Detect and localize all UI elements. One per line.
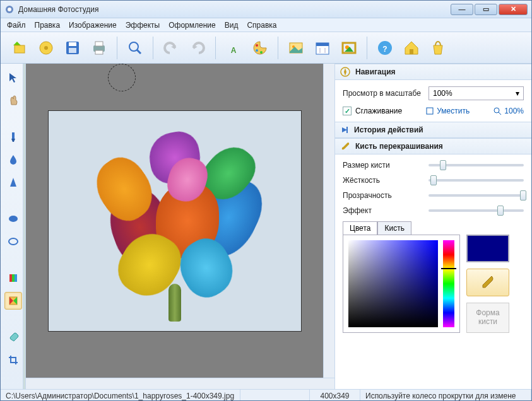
window-titlebar: Домашняя Фотостудия — ▭ ✕	[1, 1, 531, 18]
status-path: C:\Users\Администратор\Documents\1_happy…	[1, 390, 240, 401]
svg-rect-32	[12, 274, 15, 282]
shop-button[interactable]	[427, 37, 449, 59]
svg-rect-27	[410, 49, 413, 54]
svg-point-4	[44, 46, 48, 50]
svg-point-29	[9, 216, 18, 222]
canvas-image	[48, 110, 302, 332]
colors-tab[interactable]: Цвета	[343, 221, 377, 235]
calendar-button[interactable]	[311, 37, 334, 59]
svg-point-16	[260, 51, 263, 54]
menubar: Файл Правка Изображение Эффекты Оформлен…	[1, 18, 531, 32]
canvas-wrap	[26, 64, 334, 389]
zoom-label: Просмотр в масштабе	[343, 89, 422, 98]
print-button[interactable]	[88, 37, 110, 59]
hand-tool[interactable]	[4, 91, 22, 109]
saturation-value-area[interactable]	[348, 240, 438, 327]
color-picker-section: Форма кисти	[335, 235, 531, 340]
crop-tool[interactable]	[4, 351, 22, 369]
redo-button[interactable]	[186, 37, 209, 59]
nav-title: Навигация	[355, 67, 396, 76]
canvas-area[interactable]	[26, 64, 323, 378]
color-tabstrip: Цвета Кисть	[343, 221, 524, 235]
brush-title: Кисть перекрашивания	[355, 142, 443, 151]
tool-scroll[interactable]	[23, 64, 25, 389]
sharpen-tool[interactable]	[4, 173, 22, 191]
brush-shape-button: Форма кисти	[466, 303, 509, 333]
palette-button[interactable]	[249, 37, 271, 59]
opacity-slider[interactable]	[429, 194, 524, 197]
eyedropper-button[interactable]	[466, 269, 509, 296]
selection-marquee	[108, 64, 136, 91]
dodge-tool[interactable]	[4, 210, 22, 228]
effect-slider[interactable]	[429, 209, 524, 212]
svg-text:?: ?	[382, 45, 387, 54]
svg-rect-28	[12, 132, 15, 139]
menu-view[interactable]: Вид	[225, 21, 239, 30]
menu-file[interactable]: Файл	[7, 21, 26, 30]
zoom-select[interactable]: 100% ▾	[429, 86, 524, 100]
fit-link[interactable]: Уместить	[425, 107, 470, 115]
frame-button[interactable]	[338, 37, 360, 59]
svg-point-14	[256, 44, 258, 47]
help-button[interactable]: ?	[374, 37, 396, 59]
hundred-link[interactable]: 100%	[493, 107, 524, 115]
minimize-button[interactable]: —	[451, 4, 473, 15]
eraser-tool[interactable]	[4, 328, 22, 346]
svg-point-30	[9, 238, 18, 245]
status-empty	[240, 390, 310, 401]
effect-label: Эффект	[343, 206, 422, 215]
status-dims: 400x349	[310, 390, 360, 401]
right-panel: Навигация Просмотр в масштабе 100% ▾ ✓ С…	[334, 64, 531, 389]
svg-rect-6	[69, 42, 76, 46]
svg-point-1	[8, 8, 11, 11]
size-slider[interactable]	[429, 164, 524, 166]
brush-icon	[340, 141, 350, 151]
status-hint: Используйте колесо прокрутки для измене	[360, 390, 531, 401]
blur-tool[interactable]	[4, 151, 22, 168]
brush-tab[interactable]: Кисть	[377, 221, 411, 235]
home-button[interactable]	[400, 37, 423, 59]
svg-rect-36	[427, 108, 433, 114]
smoothing-checkbox[interactable]: ✓	[343, 107, 352, 115]
gradient-tool[interactable]	[4, 269, 22, 287]
current-color-swatch[interactable]	[466, 235, 509, 262]
menu-design[interactable]: Оформление	[168, 21, 215, 30]
hardness-slider[interactable]	[429, 179, 524, 182]
open-button[interactable]	[8, 37, 31, 59]
undo-button[interactable]	[160, 37, 182, 59]
nav-panel-header[interactable]: Навигация	[335, 64, 531, 80]
svg-rect-20	[316, 43, 329, 46]
recent-button[interactable]	[35, 37, 57, 59]
image-button[interactable]	[285, 37, 307, 59]
close-button[interactable]: ✕	[499, 4, 528, 15]
app-icon	[4, 4, 15, 15]
menu-effects[interactable]: Эффекты	[126, 21, 160, 30]
save-button[interactable]	[61, 37, 84, 59]
canvas-scroll-h[interactable]	[26, 378, 334, 389]
svg-line-12	[137, 50, 141, 54]
maximize-button[interactable]: ▭	[475, 4, 497, 15]
history-panel-header[interactable]: История действий	[335, 122, 531, 138]
smoothing-label: Сглаживание	[355, 107, 402, 115]
svg-rect-2	[15, 45, 25, 53]
chevron-down-icon: ▾	[516, 89, 519, 98]
burn-tool[interactable]	[4, 233, 22, 250]
svg-rect-31	[9, 274, 12, 282]
menu-edit[interactable]: Правка	[35, 21, 61, 30]
brush-panel-header[interactable]: Кисть перекрашивания	[335, 138, 531, 154]
recolor-tool[interactable]	[4, 292, 22, 310]
text-button[interactable]: A	[222, 37, 245, 59]
size-label: Размер кисти	[343, 161, 422, 170]
opacity-label: Прозрачность	[343, 191, 422, 200]
svg-point-11	[129, 42, 138, 51]
svg-rect-10	[95, 50, 103, 54]
menu-image[interactable]: Изображение	[69, 21, 117, 30]
svg-point-37	[494, 108, 499, 113]
brush-tool[interactable]	[4, 128, 22, 146]
menu-help[interactable]: Справка	[247, 21, 276, 30]
zoom-button[interactable]	[124, 37, 146, 59]
hue-bar[interactable]	[443, 240, 454, 327]
brush-panel-body: Размер кисти Жёсткость Прозрачность Эффе…	[335, 154, 531, 221]
canvas-scroll-v[interactable]	[323, 64, 334, 378]
pointer-tool[interactable]	[4, 69, 22, 86]
